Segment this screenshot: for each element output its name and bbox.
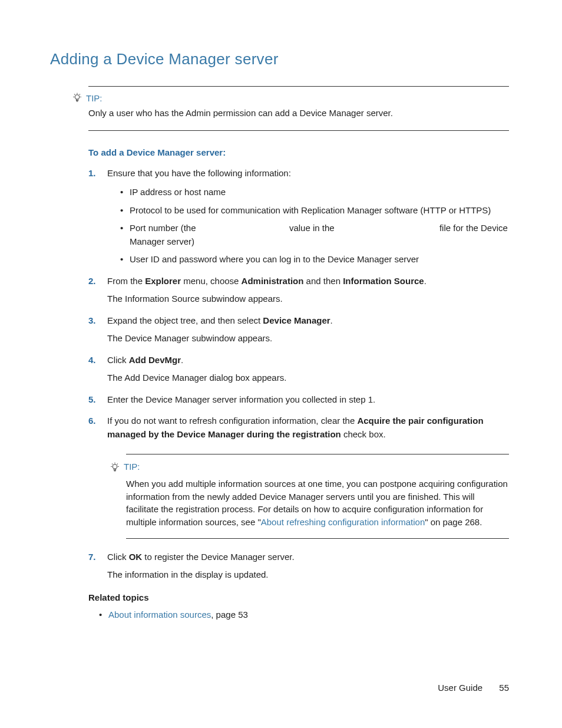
tip-label: TIP: [124, 460, 140, 474]
svg-line-4 [74, 94, 75, 95]
refreshing-config-link[interactable]: About refreshing configuration informati… [261, 517, 425, 527]
related-topics-list: About information sources, page 53 [88, 608, 509, 622]
step-result: The Add Device Manager dialog box appear… [107, 371, 509, 385]
step-4: Click Add DevMgr. The Add Device Manager… [88, 354, 509, 385]
text-fragment: If you do not want to refresh configurat… [107, 416, 357, 426]
step-text: Enter the Device Manager server informat… [107, 394, 375, 404]
related-item: About information sources, page 53 [99, 608, 509, 622]
list-item: User ID and password where you can log i… [120, 253, 509, 266]
text-fragment: . [424, 276, 427, 286]
text-fragment: . [330, 315, 333, 325]
footer-label: User Guide [438, 683, 482, 693]
text-fragment: From the [107, 276, 145, 286]
tip-header: TIP: [72, 93, 509, 103]
text-fragment: and then [303, 276, 343, 286]
procedure-heading: To add a Device Manager server: [88, 147, 509, 157]
list-item: Port number (the value in the file for t… [120, 222, 509, 248]
list-item: Protocol to be used for communication wi… [120, 204, 509, 218]
tip-block-multiple-sources: TIP: When you add multiple information s… [126, 454, 509, 539]
step-5: Enter the Device Manager server informat… [88, 393, 509, 407]
svg-point-0 [75, 95, 80, 100]
step-6: If you do not want to refresh configurat… [88, 414, 509, 539]
page-number: 55 [499, 683, 509, 693]
svg-line-11 [112, 463, 113, 464]
step-1: Ensure that you have the following infor… [88, 167, 509, 266]
lightbulb-icon [110, 462, 120, 473]
information-source-label: Information Source [343, 276, 424, 286]
step-result: The Information Source subwindow appears… [107, 292, 509, 306]
text-fragment: Click [107, 355, 129, 365]
step-result: The information in the display is update… [107, 568, 509, 582]
svg-line-12 [117, 463, 118, 464]
step-3: Expand the object tree, and then select … [88, 314, 509, 345]
content-area: TIP: Only a user who has the Admin permi… [88, 86, 509, 621]
device-manager-label: Device Manager [263, 315, 330, 325]
page-title: Adding a Device Manager server [50, 50, 509, 68]
text-fragment: value in the [287, 223, 337, 233]
administration-label: Administration [242, 276, 304, 286]
about-information-sources-link[interactable]: About information sources [108, 610, 211, 620]
step-1-sublist: IP address or host name Protocol to be u… [107, 186, 509, 266]
lightbulb-icon [72, 93, 82, 103]
text-fragment: , page 53 [211, 610, 248, 620]
text-fragment: check box. [341, 429, 386, 439]
text-fragment: Click [107, 552, 129, 562]
step-2: From the Explorer menu, choose Administr… [88, 275, 509, 306]
text-fragment: to register the Device Manager server. [142, 552, 294, 562]
step-result: The Device Manager subwindow appears. [107, 332, 509, 345]
ok-button-label: OK [129, 552, 143, 562]
text-fragment: " on page 268. [425, 517, 482, 527]
tip-label: TIP: [86, 93, 103, 103]
explorer-menu-label: Explorer [145, 276, 181, 286]
add-devmgr-label: Add DevMgr [129, 355, 181, 365]
tip-block-admin: TIP: Only a user who has the Admin permi… [88, 86, 509, 131]
tip-header: TIP: [110, 460, 509, 474]
page-footer: User Guide 55 [438, 683, 509, 693]
text-fragment: . [181, 355, 183, 365]
svg-point-7 [113, 464, 117, 469]
text-fragment: menu, choose [181, 276, 242, 286]
text-fragment: Port number (the [130, 223, 199, 233]
svg-line-5 [80, 94, 80, 95]
tip-body: Only a user who has the Admin permission… [88, 107, 509, 120]
tip-body: When you add multiple information source… [126, 477, 509, 529]
steps-list: Ensure that you have the following infor… [88, 167, 509, 582]
list-item: IP address or host name [120, 186, 509, 199]
related-topics-heading: Related topics [88, 592, 509, 602]
step-text: Ensure that you have the following infor… [107, 168, 291, 178]
text-fragment: Expand the object tree, and then select [107, 315, 263, 325]
step-7: Click OK to register the Device Manager … [88, 551, 509, 582]
